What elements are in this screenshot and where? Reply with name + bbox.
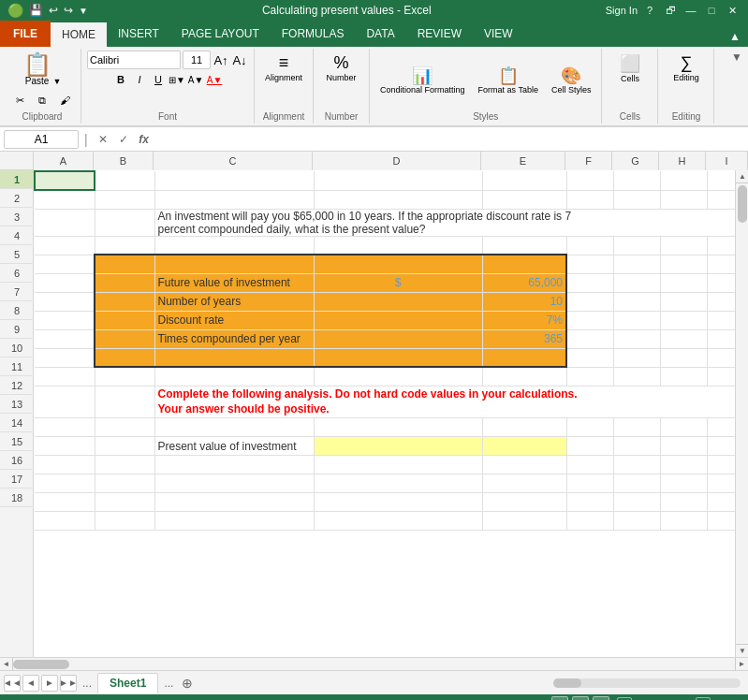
cell-e14[interactable] [482, 437, 566, 456]
cell-b11[interactable] [95, 367, 154, 386]
cell-e16[interactable] [482, 474, 566, 493]
cell-h7[interactable] [660, 292, 707, 311]
cell-g16[interactable] [613, 474, 660, 493]
cell-f8[interactable] [566, 311, 613, 329]
cell-i5[interactable] [707, 255, 735, 273]
formula-input[interactable] [157, 130, 744, 149]
cell-styles-button[interactable]: 🎨 Cell Styles [547, 63, 596, 98]
cell-b9[interactable] [95, 329, 154, 348]
bold-button[interactable]: B [112, 71, 129, 88]
cell-f13[interactable] [566, 418, 613, 437]
cell-f4[interactable] [566, 236, 613, 255]
row-num-1[interactable]: 1 [0, 170, 34, 189]
cell-f6[interactable] [566, 273, 613, 292]
cell-c14[interactable]: Present value of investment [154, 437, 314, 456]
cell-g1[interactable] [613, 171, 660, 190]
quick-access-more[interactable]: ▼ [79, 6, 88, 16]
cell-c10[interactable] [154, 348, 314, 367]
tab-insert[interactable]: INSERT [107, 22, 170, 47]
cell-b7[interactable] [95, 292, 154, 311]
editing-button[interactable]: ∑ Editing [668, 51, 704, 85]
sheet-nav-next[interactable]: ► [41, 675, 58, 692]
scroll-left-btn[interactable]: ◄ [0, 658, 13, 671]
scroll-right-btn[interactable]: ► [735, 658, 748, 671]
cell-a10[interactable] [35, 348, 95, 367]
cell-a8[interactable] [35, 311, 95, 329]
cell-e11[interactable] [482, 367, 566, 386]
cell-h6[interactable] [660, 273, 707, 292]
cell-b17[interactable] [95, 493, 154, 512]
cancel-formula-btn[interactable]: ✕ [94, 130, 112, 149]
cell-a2[interactable] [35, 190, 95, 209]
cell-c16[interactable] [154, 474, 314, 493]
tab-formulas[interactable]: FORMULAS [271, 22, 356, 47]
cell-i18[interactable] [707, 512, 735, 531]
cell-g6[interactable] [613, 273, 660, 292]
cell-f1[interactable] [566, 171, 613, 190]
cell-a1[interactable] [35, 171, 95, 190]
cell-d13[interactable] [314, 418, 482, 437]
cell-a3[interactable] [35, 209, 95, 236]
grid[interactable]: An investment will pay you $65,000 in 10… [34, 170, 735, 657]
col-header-g[interactable]: G [612, 152, 659, 170]
page-break-view-btn[interactable]: ⊟ [593, 696, 609, 700]
cell-a9[interactable] [35, 329, 95, 348]
help-btn[interactable]: ? [641, 2, 658, 19]
cell-a15[interactable] [35, 456, 95, 474]
row-num-14[interactable]: 14 [0, 414, 34, 432]
cell-a17[interactable] [35, 493, 95, 512]
paste-button[interactable]: 📋 Paste ▼ [19, 51, 66, 89]
cell-e5[interactable] [482, 255, 566, 273]
italic-button[interactable]: I [131, 71, 148, 88]
cell-e2[interactable] [482, 190, 566, 209]
increase-font-btn[interactable]: A↑ [213, 51, 229, 68]
cell-g2[interactable] [613, 190, 660, 209]
row-num-6[interactable]: 6 [0, 264, 34, 283]
cell-g10[interactable] [613, 348, 660, 367]
row-num-7[interactable]: 7 [0, 283, 34, 301]
cell-i7[interactable] [707, 292, 735, 311]
cell-b5[interactable] [95, 255, 154, 273]
cell-g15[interactable] [613, 456, 660, 474]
cell-g17[interactable] [613, 493, 660, 512]
cell-d11[interactable] [314, 367, 482, 386]
cell-i9[interactable] [707, 329, 735, 348]
col-header-i[interactable]: I [706, 152, 748, 170]
cell-g9[interactable] [613, 329, 660, 348]
cell-g5[interactable] [613, 255, 660, 273]
cell-c1[interactable] [154, 171, 314, 190]
scroll-down-btn[interactable]: ▼ [736, 644, 748, 657]
cell-c13[interactable] [154, 418, 314, 437]
cell-f15[interactable] [566, 456, 613, 474]
format-table-button[interactable]: 📋 Format as Table [474, 63, 543, 98]
maximize-btn[interactable]: □ [703, 2, 720, 19]
h-scrollbar-thumb-bottom[interactable] [553, 678, 581, 688]
tab-view[interactable]: VIEW [473, 22, 524, 47]
cell-i6[interactable] [707, 273, 735, 292]
quick-access-save[interactable]: 💾 [29, 4, 43, 17]
cell-h18[interactable] [660, 512, 707, 531]
cell-d8[interactable] [314, 311, 482, 329]
cell-h4[interactable] [660, 236, 707, 255]
tab-data[interactable]: DATA [355, 22, 405, 47]
cell-e7[interactable]: 10 [482, 292, 566, 311]
cell-e13[interactable] [482, 418, 566, 437]
row-num-4[interactable]: 4 [0, 226, 34, 245]
cell-f10[interactable] [566, 348, 613, 367]
cell-b2[interactable] [95, 190, 154, 209]
cell-a7[interactable] [35, 292, 95, 311]
border-button[interactable]: ⊞▼ [169, 71, 185, 88]
cell-b18[interactable] [95, 512, 154, 531]
sheet-tab-sheet1[interactable]: Sheet1 [97, 673, 158, 694]
row-num-18[interactable]: 18 [0, 489, 34, 507]
font-size-input[interactable] [183, 51, 211, 69]
ribbon-collapse-btn[interactable]: ▲ [722, 26, 748, 47]
cell-d10[interactable] [314, 348, 482, 367]
cells-button[interactable]: ⬜ Cells [613, 51, 647, 86]
row-num-16[interactable]: 16 [0, 451, 34, 470]
row-num-15[interactable]: 15 [0, 432, 34, 451]
cell-d7[interactable] [314, 292, 482, 311]
cell-i17[interactable] [707, 493, 735, 512]
cell-d15[interactable] [314, 456, 482, 474]
col-header-h[interactable]: H [659, 152, 706, 170]
